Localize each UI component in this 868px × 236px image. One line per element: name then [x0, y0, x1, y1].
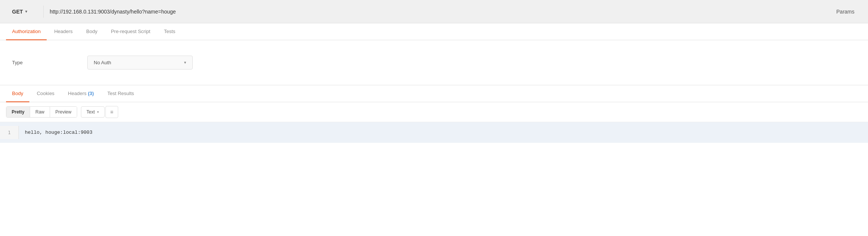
line-content-1: hello, houge:local:9003 — [19, 126, 98, 139]
resp-tab-body[interactable]: Body — [6, 85, 29, 102]
format-label: Text — [87, 109, 95, 115]
params-button[interactable]: Params — [829, 6, 862, 18]
url-input[interactable] — [44, 5, 829, 18]
auth-type-select[interactable]: No Auth ▾ — [87, 56, 193, 70]
tab-authorization[interactable]: Authorization — [6, 23, 47, 40]
preview-button[interactable]: Preview — [50, 107, 77, 117]
response-body: 1 hello, houge:local:9003 — [0, 122, 868, 143]
request-tabs: Authorization Headers Body Pre-request S… — [0, 23, 868, 40]
headers-badge: (3) — [88, 91, 94, 96]
raw-button[interactable]: Raw — [30, 107, 50, 117]
response-toolbar: Pretty Raw Preview Text ▾ ≡ — [0, 102, 868, 122]
resp-tab-test-results[interactable]: Test Results — [101, 85, 140, 102]
resp-tab-cookies[interactable]: Cookies — [31, 85, 61, 102]
tab-pre-request-script[interactable]: Pre-request Script — [105, 23, 157, 40]
pretty-button[interactable]: Pretty — [6, 107, 30, 117]
method-chevron-icon: ▾ — [25, 9, 27, 14]
method-dropdown[interactable]: GET ▾ — [6, 6, 44, 18]
tab-headers[interactable]: Headers — [48, 23, 79, 40]
line-number-1: 1 — [0, 126, 19, 139]
tab-body[interactable]: Body — [80, 23, 104, 40]
code-line-1: 1 hello, houge:local:9003 — [0, 122, 868, 143]
response-tabs: Body Cookies Headers (3) Test Results — [0, 85, 868, 102]
wrap-button[interactable]: ≡ — [105, 106, 118, 118]
tab-tests[interactable]: Tests — [158, 23, 181, 40]
auth-type-label: Type — [12, 60, 87, 65]
resp-tab-headers[interactable]: Headers (3) — [62, 85, 100, 102]
format-dropdown[interactable]: Text ▾ — [81, 106, 105, 118]
url-bar: GET ▾ Params — [0, 0, 868, 23]
auth-content: Type No Auth ▾ — [0, 40, 868, 85]
view-mode-group: Pretty Raw Preview — [6, 106, 77, 118]
response-section: Body Cookies Headers (3) Test Results Pr… — [0, 85, 868, 236]
auth-type-value: No Auth — [94, 60, 111, 65]
format-chevron-icon: ▾ — [97, 110, 99, 114]
app-container: GET ▾ Params Authorization Headers Body … — [0, 0, 868, 236]
wrap-icon: ≡ — [110, 109, 113, 115]
auth-type-chevron-icon: ▾ — [184, 60, 186, 65]
method-label: GET — [12, 9, 23, 15]
